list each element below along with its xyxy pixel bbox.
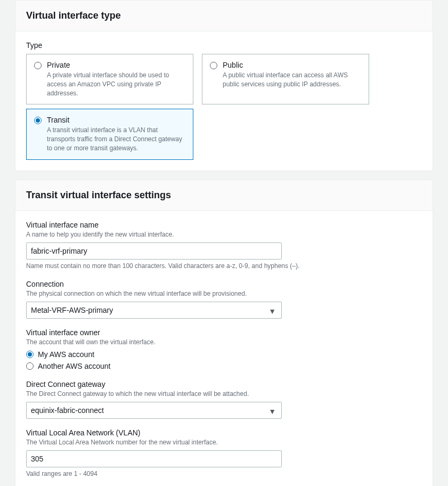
type-option-public[interactable]: Public A public virtual interface can ac… — [202, 54, 369, 104]
type-label: Type — [26, 41, 422, 50]
field-desc: A name to help you identify the new virt… — [26, 230, 422, 239]
owner-group: Virtual interface owner The account that… — [26, 328, 422, 370]
type-option-title: Transit — [47, 116, 185, 124]
radio-icon — [34, 62, 42, 69]
select-value: Metal-VRF-AWS-primary — [31, 306, 113, 314]
panel-title: Virtual interface type — [26, 10, 422, 21]
type-option-desc: A public virtual interface can access al… — [223, 71, 361, 89]
field-hint: Name must contain no more than 100 chara… — [26, 262, 422, 271]
field-label: Connection — [26, 280, 422, 288]
radio-icon — [210, 62, 217, 69]
field-label: Virtual interface owner — [26, 328, 422, 337]
panel-title: Transit virtual interface settings — [26, 190, 422, 201]
field-desc: The physical connection on which the new… — [26, 289, 422, 298]
panel-header: Transit virtual interface settings — [15, 180, 433, 211]
dxgw-select[interactable]: equinix-fabric-connect ▼ — [26, 402, 282, 419]
field-label: Virtual Local Area Network (VLAN) — [26, 428, 422, 437]
owner-option-another-account[interactable]: Another AWS account — [26, 362, 422, 370]
panel-header: Virtual interface type — [15, 1, 433, 31]
type-option-transit[interactable]: Transit A transit virtual interface is a… — [26, 109, 193, 159]
owner-option-my-account[interactable]: My AWS account — [26, 350, 422, 359]
type-option-desc: A transit virtual interface is a VLAN th… — [47, 126, 185, 152]
owner-option-label: My AWS account — [38, 350, 94, 359]
virtual-interface-name-group: Virtual interface name A name to help yo… — [26, 221, 422, 271]
field-hint: Valid ranges are 1 - 4094 — [26, 469, 422, 479]
field-label: Virtual interface name — [26, 221, 422, 229]
radio-icon — [26, 362, 34, 370]
dxgw-group: Direct Connect gateway The Direct Connec… — [26, 380, 422, 419]
type-option-title: Private — [47, 61, 185, 69]
transit-vif-settings-panel: Transit virtual interface settings Virtu… — [15, 180, 433, 486]
connection-group: Connection The physical connection on wh… — [26, 280, 422, 319]
connection-select[interactable]: Metal-VRF-AWS-primary ▼ — [26, 302, 282, 319]
owner-option-label: Another AWS account — [38, 362, 110, 370]
field-desc: The account that will own the virtual in… — [26, 338, 422, 347]
select-value: equinix-fabric-connect — [31, 406, 104, 415]
field-label: Direct Connect gateway — [26, 380, 422, 388]
vlan-group: Virtual Local Area Network (VLAN) The Vi… — [26, 428, 422, 479]
type-option-desc: A private virtual interface should be us… — [47, 71, 185, 98]
virtual-interface-name-input[interactable] — [26, 242, 282, 260]
type-option-title: Public — [223, 61, 361, 69]
virtual-interface-type-panel: Virtual interface type Type Private A pr… — [15, 0, 433, 171]
radio-icon — [26, 351, 34, 358]
vlan-input[interactable] — [26, 450, 282, 467]
type-option-private[interactable]: Private A private virtual interface shou… — [26, 54, 193, 104]
caret-down-icon: ▼ — [268, 305, 276, 317]
field-desc: The Virtual Local Area Network number fo… — [26, 438, 422, 447]
radio-icon — [34, 117, 42, 124]
caret-down-icon: ▼ — [268, 406, 276, 417]
field-desc: The Direct Connect gateway to which the … — [26, 390, 422, 399]
